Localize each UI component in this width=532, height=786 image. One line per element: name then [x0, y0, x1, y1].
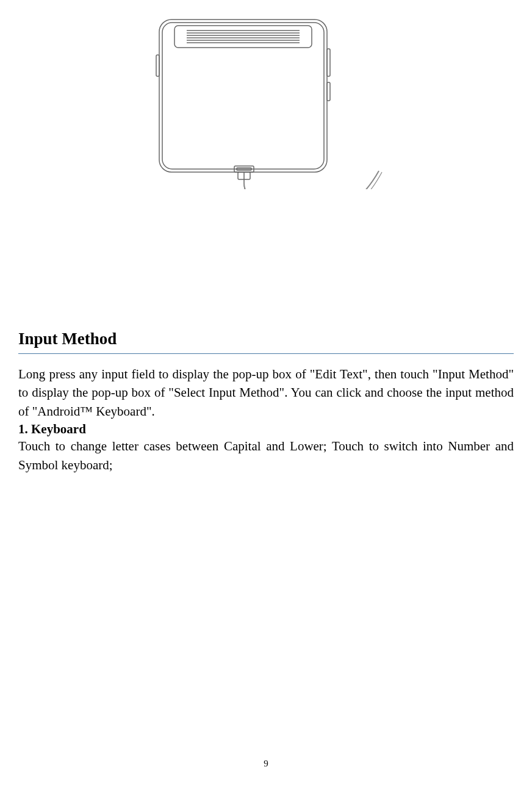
section-title: Input Method: [18, 330, 514, 348]
intro-paragraph: Long press any input field to display th…: [18, 365, 514, 420]
phone-line-drawing-icon: [138, 12, 394, 189]
page-number: 9: [0, 759, 532, 769]
svg-rect-13: [156, 55, 159, 76]
phone-illustration: [18, 0, 514, 226]
svg-rect-2: [174, 26, 312, 48]
svg-rect-1: [162, 23, 324, 169]
list-item-body: Touch to change letter cases between Cap…: [18, 437, 514, 474]
list-item-heading: 1. Keyboard: [18, 422, 514, 437]
section-divider: [18, 353, 514, 354]
svg-rect-11: [327, 49, 330, 76]
svg-rect-12: [327, 82, 330, 101]
